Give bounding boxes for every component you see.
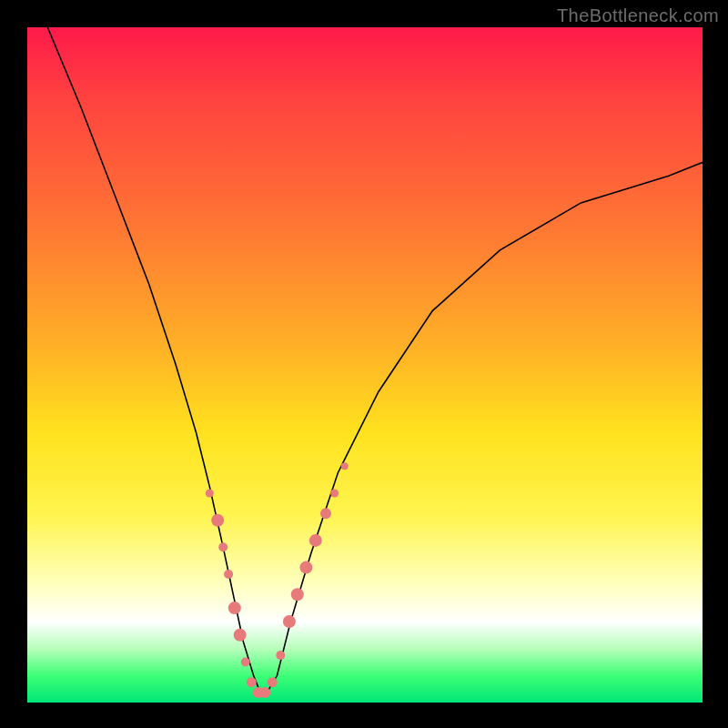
- marker-dot: [299, 561, 312, 574]
- plot-area: [27, 27, 703, 703]
- marker-dot: [241, 658, 250, 667]
- watermark-text: TheBottleneck.com: [557, 5, 719, 26]
- marker-dot: [259, 687, 270, 698]
- marker-dot: [320, 508, 331, 519]
- chart-frame: TheBottleneck.com: [0, 0, 728, 728]
- marker-dot: [224, 570, 233, 579]
- marker-layer: [206, 462, 349, 698]
- marker-dot: [276, 651, 285, 660]
- marker-dot: [211, 514, 224, 527]
- curve-svg: [27, 27, 703, 703]
- marker-dot: [218, 542, 228, 551]
- marker-dot: [291, 588, 304, 601]
- marker-dot: [247, 677, 257, 687]
- bottleneck-curve: [47, 27, 703, 693]
- marker-dot: [283, 615, 296, 628]
- marker-dot: [228, 602, 241, 614]
- marker-dot: [206, 490, 214, 498]
- marker-dot: [234, 629, 247, 642]
- marker-dot: [330, 490, 339, 498]
- marker-dot: [268, 677, 278, 687]
- marker-dot: [341, 462, 349, 470]
- marker-dot: [309, 534, 322, 547]
